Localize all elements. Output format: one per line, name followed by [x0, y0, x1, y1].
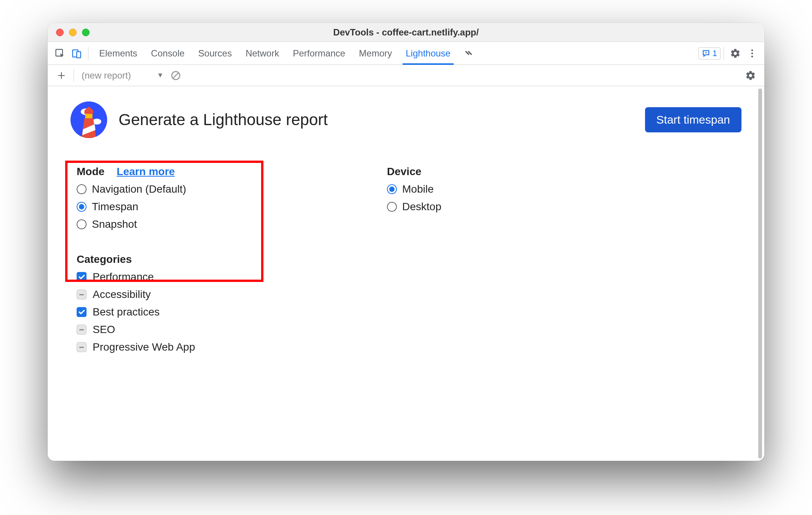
scrollbar-thumb[interactable]: [758, 89, 762, 459]
svg-point-4: [751, 52, 753, 54]
svg-point-5: [751, 55, 753, 57]
device-option-label: Mobile: [402, 183, 433, 195]
devtools-window: DevTools - coffee-cart.netlify.app/ Elem…: [48, 23, 764, 461]
devtools-tab-strip: Elements Console Sources Network Perform…: [48, 42, 764, 65]
svg-rect-2: [77, 52, 81, 58]
report-selector-label: (new report): [82, 70, 131, 81]
svg-rect-8: [85, 114, 92, 119]
report-selector-dropdown[interactable]: (new report) ▼: [82, 70, 164, 81]
category-checkbox-accessibility[interactable]: [77, 290, 87, 299]
category-label: Accessibility: [93, 288, 151, 301]
vertical-scrollbar[interactable]: [757, 89, 763, 459]
device-radio-desktop[interactable]: [387, 202, 397, 212]
lighthouse-logo-icon: [71, 101, 107, 138]
category-checkbox-seo[interactable]: [77, 325, 87, 335]
minimize-window-button[interactable]: [69, 29, 77, 36]
mode-option-label: Navigation (Default): [92, 183, 186, 195]
tab-network[interactable]: Network: [246, 42, 279, 64]
category-checkbox-pwa[interactable]: [77, 342, 87, 352]
tab-lighthouse[interactable]: Lighthouse: [406, 42, 450, 64]
window-controls: [56, 29, 90, 36]
issues-badge[interactable]: 1: [698, 47, 721, 60]
start-timespan-button[interactable]: Start timespan: [645, 107, 741, 132]
mode-option-label: Timespan: [92, 201, 138, 213]
clear-report-icon[interactable]: [167, 67, 184, 84]
category-label: Progressive Web App: [93, 341, 195, 353]
kebab-menu-icon[interactable]: [744, 45, 761, 62]
mode-radio-snapshot[interactable]: [77, 219, 87, 229]
category-checkbox-best-practices[interactable]: [77, 307, 87, 317]
mode-option-label: Snapshot: [92, 218, 137, 230]
category-label: Performance: [93, 271, 154, 283]
tab-elements[interactable]: Elements: [99, 42, 137, 64]
mode-section-title: Mode: [77, 166, 104, 178]
svg-point-3: [751, 49, 753, 51]
category-label: Best practices: [93, 306, 160, 318]
learn-more-link[interactable]: Learn more: [117, 166, 175, 178]
mode-radio-timespan[interactable]: [77, 202, 87, 212]
device-section-title: Device: [387, 166, 421, 178]
more-tabs-icon[interactable]: [460, 45, 477, 62]
tab-memory[interactable]: Memory: [359, 42, 392, 64]
chevron-down-icon: ▼: [157, 71, 164, 79]
mode-radio-navigation[interactable]: [77, 184, 87, 194]
devtools-tabs: Elements Console Sources Network Perform…: [99, 42, 451, 64]
close-window-button[interactable]: [56, 29, 64, 36]
tab-sources[interactable]: Sources: [198, 42, 232, 64]
lighthouse-panel: Generate a Lighthouse report Start times…: [48, 86, 764, 461]
page-title: Generate a Lighthouse report: [119, 111, 634, 129]
category-checkbox-performance[interactable]: [77, 272, 87, 282]
titlebar: DevTools - coffee-cart.netlify.app/: [48, 23, 764, 42]
issues-count: 1: [713, 48, 717, 58]
tab-console[interactable]: Console: [151, 42, 185, 64]
lighthouse-toolbar: (new report) ▼: [48, 65, 764, 86]
categories-section-title: Categories: [77, 253, 741, 266]
device-radio-mobile[interactable]: [387, 184, 397, 194]
settings-gear-icon[interactable]: [727, 45, 744, 62]
zoom-window-button[interactable]: [82, 29, 90, 36]
lighthouse-settings-gear-icon[interactable]: [742, 67, 759, 84]
device-toggle-icon[interactable]: [68, 45, 85, 62]
device-option-label: Desktop: [402, 201, 441, 213]
window-title: DevTools - coffee-cart.netlify.app/: [48, 27, 764, 38]
new-report-plus-icon[interactable]: [53, 67, 70, 84]
inspect-element-icon[interactable]: [51, 45, 68, 62]
tab-performance[interactable]: Performance: [293, 42, 345, 64]
category-label: SEO: [93, 323, 115, 336]
